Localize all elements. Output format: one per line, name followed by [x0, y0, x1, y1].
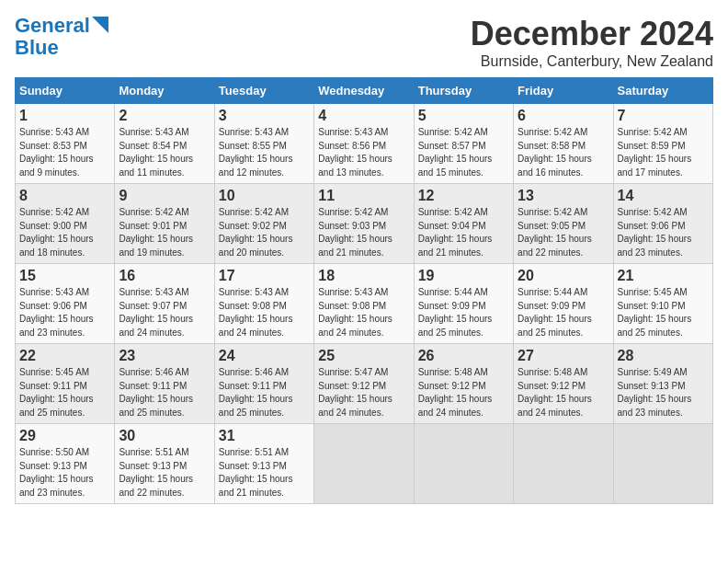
day-number: 10: [219, 188, 310, 204]
calendar-cell: 4Sunrise: 5:43 AM Sunset: 8:56 PM Daylig…: [314, 104, 414, 184]
page-title: December 2024: [471, 15, 713, 53]
calendar-cell: 19Sunrise: 5:44 AM Sunset: 9:09 PM Dayli…: [414, 264, 513, 344]
logo-blue-text: Blue: [15, 37, 59, 59]
calendar-cell: 6Sunrise: 5:42 AM Sunset: 8:58 PM Daylig…: [514, 104, 613, 184]
day-detail: Sunrise: 5:42 AM Sunset: 9:02 PM Dayligh…: [219, 206, 310, 259]
day-detail: Sunrise: 5:43 AM Sunset: 8:55 PM Dayligh…: [219, 126, 310, 179]
calendar-cell: 5Sunrise: 5:42 AM Sunset: 8:57 PM Daylig…: [414, 104, 513, 184]
weekday-header-sunday: Sunday: [16, 78, 115, 104]
day-detail: Sunrise: 5:43 AM Sunset: 9:08 PM Dayligh…: [219, 286, 310, 339]
day-number: 7: [618, 108, 709, 124]
day-number: 2: [119, 108, 210, 124]
weekday-header-wednesday: Wednesday: [314, 78, 414, 104]
logo-text: General: [15, 15, 90, 37]
calendar-week-row: 15Sunrise: 5:43 AM Sunset: 9:06 PM Dayli…: [16, 264, 713, 344]
day-number: 14: [618, 188, 709, 204]
day-detail: Sunrise: 5:43 AM Sunset: 8:56 PM Dayligh…: [318, 126, 409, 179]
day-detail: Sunrise: 5:42 AM Sunset: 9:05 PM Dayligh…: [518, 206, 609, 259]
calendar-cell: [314, 424, 414, 504]
day-detail: Sunrise: 5:42 AM Sunset: 8:59 PM Dayligh…: [618, 126, 709, 179]
day-number: 28: [618, 348, 709, 364]
calendar-cell: 29Sunrise: 5:50 AM Sunset: 9:13 PM Dayli…: [16, 424, 115, 504]
calendar-cell: 28Sunrise: 5:49 AM Sunset: 9:13 PM Dayli…: [613, 344, 712, 424]
calendar-cell: [414, 424, 513, 504]
logo-arrow-icon: [92, 17, 108, 33]
calendar-cell: 10Sunrise: 5:42 AM Sunset: 9:02 PM Dayli…: [214, 184, 313, 264]
calendar-cell: [613, 424, 712, 504]
day-number: 25: [318, 348, 409, 364]
calendar-cell: 26Sunrise: 5:48 AM Sunset: 9:12 PM Dayli…: [414, 344, 513, 424]
day-detail: Sunrise: 5:43 AM Sunset: 8:54 PM Dayligh…: [119, 126, 210, 179]
day-detail: Sunrise: 5:43 AM Sunset: 9:06 PM Dayligh…: [19, 286, 110, 339]
day-detail: Sunrise: 5:49 AM Sunset: 9:13 PM Dayligh…: [618, 366, 709, 419]
day-detail: Sunrise: 5:44 AM Sunset: 9:09 PM Dayligh…: [518, 286, 609, 339]
calendar-week-row: 8Sunrise: 5:42 AM Sunset: 9:00 PM Daylig…: [16, 184, 713, 264]
calendar-cell: 25Sunrise: 5:47 AM Sunset: 9:12 PM Dayli…: [314, 344, 414, 424]
day-detail: Sunrise: 5:43 AM Sunset: 9:08 PM Dayligh…: [318, 286, 409, 339]
day-detail: Sunrise: 5:42 AM Sunset: 9:03 PM Dayligh…: [318, 206, 409, 259]
calendar-week-row: 1Sunrise: 5:43 AM Sunset: 8:53 PM Daylig…: [16, 104, 713, 184]
day-number: 12: [418, 188, 509, 204]
svg-marker-0: [92, 17, 108, 33]
weekday-header-thursday: Thursday: [414, 78, 513, 104]
calendar-cell: 23Sunrise: 5:46 AM Sunset: 9:11 PM Dayli…: [115, 344, 214, 424]
calendar-week-row: 29Sunrise: 5:50 AM Sunset: 9:13 PM Dayli…: [16, 424, 713, 504]
day-detail: Sunrise: 5:44 AM Sunset: 9:09 PM Dayligh…: [418, 286, 509, 339]
day-number: 31: [219, 428, 310, 444]
day-detail: Sunrise: 5:45 AM Sunset: 9:10 PM Dayligh…: [618, 286, 709, 339]
day-detail: Sunrise: 5:42 AM Sunset: 9:04 PM Dayligh…: [418, 206, 509, 259]
day-number: 9: [119, 188, 210, 204]
day-detail: Sunrise: 5:47 AM Sunset: 9:12 PM Dayligh…: [318, 366, 409, 419]
day-number: 11: [318, 188, 409, 204]
day-number: 19: [418, 268, 509, 284]
day-number: 23: [119, 348, 210, 364]
calendar-cell: 9Sunrise: 5:42 AM Sunset: 9:01 PM Daylig…: [115, 184, 214, 264]
calendar-cell: 27Sunrise: 5:48 AM Sunset: 9:12 PM Dayli…: [514, 344, 613, 424]
calendar-cell: 11Sunrise: 5:42 AM Sunset: 9:03 PM Dayli…: [314, 184, 414, 264]
day-detail: Sunrise: 5:51 AM Sunset: 9:13 PM Dayligh…: [219, 446, 310, 500]
day-detail: Sunrise: 5:42 AM Sunset: 8:57 PM Dayligh…: [418, 126, 509, 179]
title-block: December 2024 Burnside, Canterbury, New …: [471, 15, 713, 70]
calendar-cell: 12Sunrise: 5:42 AM Sunset: 9:04 PM Dayli…: [414, 184, 513, 264]
day-number: 18: [318, 268, 409, 284]
calendar-cell: 20Sunrise: 5:44 AM Sunset: 9:09 PM Dayli…: [514, 264, 613, 344]
day-number: 5: [418, 108, 509, 124]
day-number: 24: [219, 348, 310, 364]
day-detail: Sunrise: 5:48 AM Sunset: 9:12 PM Dayligh…: [518, 366, 609, 419]
calendar-cell: [514, 424, 613, 504]
day-number: 3: [219, 108, 310, 124]
day-detail: Sunrise: 5:46 AM Sunset: 9:11 PM Dayligh…: [119, 366, 210, 419]
calendar-cell: 16Sunrise: 5:43 AM Sunset: 9:07 PM Dayli…: [115, 264, 214, 344]
calendar-cell: 8Sunrise: 5:42 AM Sunset: 9:00 PM Daylig…: [16, 184, 115, 264]
day-detail: Sunrise: 5:43 AM Sunset: 8:53 PM Dayligh…: [19, 126, 110, 179]
weekday-header-row: SundayMondayTuesdayWednesdayThursdayFrid…: [16, 78, 713, 104]
day-number: 30: [119, 428, 210, 444]
day-number: 22: [19, 348, 110, 364]
calendar-cell: 18Sunrise: 5:43 AM Sunset: 9:08 PM Dayli…: [314, 264, 414, 344]
day-detail: Sunrise: 5:45 AM Sunset: 9:11 PM Dayligh…: [19, 366, 110, 419]
weekday-header-tuesday: Tuesday: [214, 78, 313, 104]
calendar-cell: 3Sunrise: 5:43 AM Sunset: 8:55 PM Daylig…: [214, 104, 313, 184]
calendar-cell: 15Sunrise: 5:43 AM Sunset: 9:06 PM Dayli…: [16, 264, 115, 344]
calendar-cell: 22Sunrise: 5:45 AM Sunset: 9:11 PM Dayli…: [16, 344, 115, 424]
calendar-cell: 21Sunrise: 5:45 AM Sunset: 9:10 PM Dayli…: [613, 264, 712, 344]
day-number: 1: [19, 108, 110, 124]
calendar-cell: 1Sunrise: 5:43 AM Sunset: 8:53 PM Daylig…: [16, 104, 115, 184]
calendar-cell: 2Sunrise: 5:43 AM Sunset: 8:54 PM Daylig…: [115, 104, 214, 184]
page-header: General Blue December 2024 Burnside, Can…: [15, 15, 713, 70]
calendar-cell: 17Sunrise: 5:43 AM Sunset: 9:08 PM Dayli…: [214, 264, 313, 344]
day-detail: Sunrise: 5:51 AM Sunset: 9:13 PM Dayligh…: [119, 446, 210, 500]
day-number: 6: [518, 108, 609, 124]
weekday-header-monday: Monday: [115, 78, 214, 104]
day-number: 29: [19, 428, 110, 444]
calendar-cell: 30Sunrise: 5:51 AM Sunset: 9:13 PM Dayli…: [115, 424, 214, 504]
weekday-header-friday: Friday: [514, 78, 613, 104]
day-detail: Sunrise: 5:42 AM Sunset: 9:00 PM Dayligh…: [19, 206, 110, 259]
day-detail: Sunrise: 5:42 AM Sunset: 8:58 PM Dayligh…: [518, 126, 609, 179]
day-detail: Sunrise: 5:42 AM Sunset: 9:01 PM Dayligh…: [119, 206, 210, 259]
day-number: 13: [518, 188, 609, 204]
day-detail: Sunrise: 5:42 AM Sunset: 9:06 PM Dayligh…: [618, 206, 709, 259]
day-detail: Sunrise: 5:48 AM Sunset: 9:12 PM Dayligh…: [418, 366, 509, 419]
calendar-table: SundayMondayTuesdayWednesdayThursdayFrid…: [15, 77, 713, 504]
day-number: 17: [219, 268, 310, 284]
